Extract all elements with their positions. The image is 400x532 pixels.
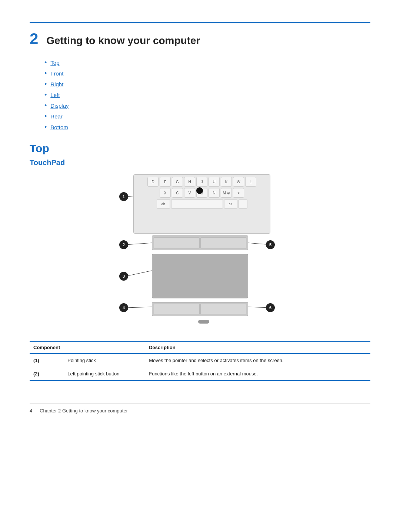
svg-line-2 [126, 271, 152, 276]
key-k: K [221, 177, 232, 187]
key-x: X [160, 188, 171, 198]
tp-bottom-left-button [154, 304, 200, 314]
key-space [171, 199, 223, 209]
key-lt: < [233, 188, 244, 198]
key-d: D [147, 177, 159, 187]
toc-link-bottom[interactable]: Bottom [50, 124, 68, 130]
page-content: 2 Getting to know your computer Top Fron… [0, 0, 400, 436]
diagram-num-4: 4 [119, 303, 128, 312]
key-c: C [172, 188, 183, 198]
table-header-name [64, 341, 145, 354]
key-fn [239, 199, 247, 209]
table-header-component: Component [30, 341, 64, 354]
row2-num: (2) [30, 367, 64, 381]
touchpad-diagram: D F G H J U K W L X C V B N M ⊗ < [104, 174, 296, 330]
touchpad-top-buttons [152, 235, 248, 250]
table-row: (2) Left pointing stick button Functions… [30, 367, 370, 381]
key-h: H [184, 177, 195, 187]
toc-item-top: Top [44, 59, 370, 67]
section-heading-top: Top [30, 142, 370, 155]
svg-line-1 [126, 243, 152, 245]
toc-link-front[interactable]: Front [50, 70, 63, 77]
toc-link-display[interactable]: Display [50, 103, 69, 109]
chapter-number: 2 [30, 30, 38, 47]
key-n: N [209, 188, 220, 198]
keyboard-area: D F G H J U K W L X C V B N M ⊗ < [133, 174, 270, 234]
touchpad-surface [152, 254, 248, 298]
diagram-num-1: 1 [119, 192, 128, 201]
key-l: L [245, 177, 256, 187]
key-j: J [196, 177, 207, 187]
key-f: F [160, 177, 171, 187]
chapter-title-text: Getting to know your computer [46, 35, 200, 46]
footer: 4 Chapter 2 Getting to know your compute… [30, 403, 370, 414]
tp-bottom-right-button [200, 304, 246, 314]
toc-item-right: Right [44, 80, 370, 88]
row2-name: Left pointing stick button [64, 367, 145, 381]
toc-link-top[interactable]: Top [50, 60, 59, 66]
toc-item-bottom: Bottom [44, 123, 370, 131]
diagram-num-5: 5 [266, 240, 275, 249]
toc-link-rear[interactable]: Rear [50, 113, 63, 120]
chapter-title: 2 Getting to know your computer [30, 30, 370, 48]
row1-num: (1) [30, 354, 64, 367]
diagram-num-2: 2 [119, 240, 128, 249]
svg-line-3 [126, 307, 152, 308]
key-w: W [233, 177, 244, 187]
toc-item-left: Left [44, 91, 370, 99]
footer-page-number: 4 [30, 408, 32, 414]
toc-list: Top Front Right Left Display Rear Bottom [44, 59, 370, 131]
toc-link-right[interactable]: Right [50, 81, 63, 87]
component-table: Component Description (1) Pointing stick… [30, 341, 370, 381]
touchpad-bottom-buttons [152, 302, 248, 316]
tp-right-button [200, 237, 246, 248]
fingerprint-reader [198, 320, 209, 324]
key-v: V [184, 188, 195, 198]
key-m: M ⊗ [221, 188, 232, 198]
footer-chapter-ref: Chapter 2 Getting to know your computer [40, 408, 128, 414]
toc-item-display: Display [44, 102, 370, 110]
pointing-stick [196, 187, 203, 194]
key-alt-r: alt [224, 199, 237, 209]
diagram-num-6: 6 [266, 303, 275, 312]
diagram-num-3: 3 [119, 272, 128, 281]
row2-description: Functions like the left button on an ext… [145, 367, 370, 381]
toc-item-rear: Rear [44, 113, 370, 120]
table-row: (1) Pointing stick Moves the pointer and… [30, 354, 370, 367]
toc-link-left[interactable]: Left [50, 92, 60, 98]
key-g: G [172, 177, 183, 187]
row1-name: Pointing stick [64, 354, 145, 367]
row1-description: Moves the pointer and selects or activat… [145, 354, 370, 367]
table-header-description: Description [145, 341, 370, 354]
key-u: U [209, 177, 220, 187]
subsection-heading-touchpad: TouchPad [30, 158, 370, 167]
tp-left-button [154, 237, 200, 248]
chapter-header: 2 Getting to know your computer [30, 22, 370, 48]
toc-item-front: Front [44, 70, 370, 77]
key-alt-l: alt [157, 199, 170, 209]
